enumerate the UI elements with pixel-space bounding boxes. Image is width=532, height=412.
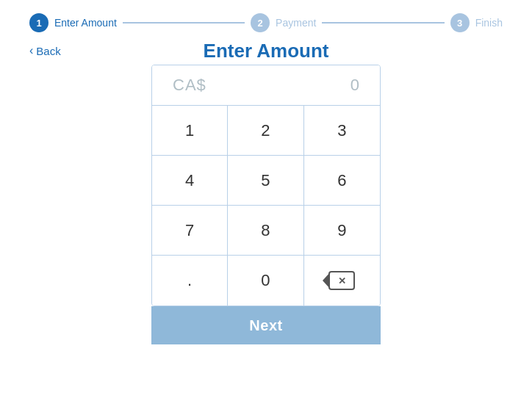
key-3[interactable]: 3 bbox=[304, 106, 380, 156]
step-2-circle: 2 bbox=[251, 13, 270, 32]
back-chevron-icon: ‹ bbox=[29, 44, 33, 57]
page-title: Enter Amount bbox=[204, 40, 329, 62]
step-1-circle: 1 bbox=[29, 13, 48, 32]
step-line-2 bbox=[322, 22, 444, 24]
backspace-icon: ✕ bbox=[328, 271, 355, 290]
currency-label: CA$ bbox=[173, 76, 206, 95]
step-2: 2 Payment bbox=[251, 13, 316, 32]
key-9[interactable]: 9 bbox=[304, 206, 380, 256]
key-2[interactable]: 2 bbox=[228, 106, 303, 156]
numpad-section: CA$ 0 1 2 3 4 5 6 7 8 9 . 0 ✕ Next bbox=[0, 65, 532, 344]
step-1: 1 Enter Amount bbox=[29, 13, 117, 32]
step-line-1 bbox=[123, 22, 245, 24]
key-5[interactable]: 5 bbox=[228, 156, 303, 206]
back-area: ‹ Back Enter Amount bbox=[0, 44, 532, 65]
key-dot[interactable]: . bbox=[152, 256, 228, 306]
key-0[interactable]: 0 bbox=[228, 256, 303, 306]
step-3-circle: 3 bbox=[450, 13, 470, 32]
amount-display-row: CA$ 0 bbox=[152, 65, 380, 106]
numpad: CA$ 0 1 2 3 4 5 6 7 8 9 . 0 ✕ bbox=[151, 65, 381, 306]
step-2-label: Payment bbox=[276, 17, 316, 29]
key-1[interactable]: 1 bbox=[152, 106, 228, 156]
step-1-label: Enter Amount bbox=[54, 17, 117, 29]
backspace-x-label: ✕ bbox=[338, 275, 346, 286]
step-3: 3 Finish bbox=[450, 13, 503, 32]
key-8[interactable]: 8 bbox=[228, 206, 303, 256]
key-grid: 1 2 3 4 5 6 7 8 9 . 0 ✕ bbox=[152, 106, 380, 306]
key-7[interactable]: 7 bbox=[152, 206, 228, 256]
key-backspace[interactable]: ✕ bbox=[304, 256, 380, 306]
step-3-label: Finish bbox=[475, 17, 503, 29]
key-4[interactable]: 4 bbox=[152, 156, 228, 206]
back-button[interactable]: ‹ Back bbox=[29, 44, 61, 57]
back-label: Back bbox=[36, 45, 60, 57]
next-button[interactable]: Next bbox=[151, 306, 381, 344]
key-6[interactable]: 6 bbox=[304, 156, 380, 206]
amount-value: 0 bbox=[351, 76, 359, 95]
stepper: 1 Enter Amount 2 Payment 3 Finish bbox=[0, 0, 532, 44]
